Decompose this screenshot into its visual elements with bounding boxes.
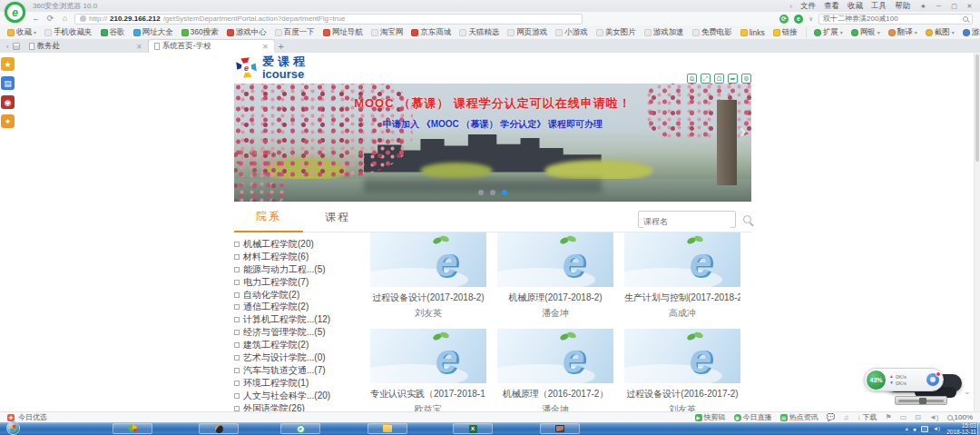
department-item[interactable]: 建筑工程学院(2): [234, 339, 370, 351]
department-item[interactable]: 自动化学院(2): [234, 289, 370, 302]
browser-search-box[interactable]: [818, 14, 973, 25]
section-tab[interactable]: 课程: [303, 210, 372, 232]
taskbar-item-360-browser[interactable]: e: [280, 423, 320, 434]
back-button[interactable]: ←: [31, 13, 41, 25]
flag-icon[interactable]: ⚑: [886, 414, 892, 421]
favorites-star-icon[interactable]: ★: [1, 57, 15, 71]
department-item[interactable]: 材料工程学院(6): [234, 251, 370, 263]
quick-clip-button[interactable]: ▶快剪辑: [695, 412, 726, 422]
tools-box-icon[interactable]: ✦: [1, 114, 15, 128]
download-button[interactable]: ↓下载: [858, 412, 877, 422]
browser-search-input[interactable]: [823, 15, 963, 23]
department-item[interactable]: 经济与管理学院...(5): [234, 326, 370, 339]
shield-icon[interactable]: [926, 373, 939, 386]
zoom-control[interactable]: 100%: [947, 413, 973, 421]
course-card[interactable]: e e 机械原理（2016-2017-2） 潘金坤: [497, 329, 613, 411]
section-tab[interactable]: 院系: [234, 209, 303, 232]
bookmark-item[interactable]: links: [740, 28, 765, 37]
course-card[interactable]: e e 生产计划与控制(2017-2018-2) 高成冲: [624, 232, 740, 320]
bookmark-item[interactable]: 游戏中心: [227, 27, 267, 38]
dropdown-arrow-icon[interactable]: ∨: [808, 15, 813, 23]
department-item[interactable]: 外国语学院(26): [234, 402, 370, 411]
banner-carousel[interactable]: MOOC （慕课） 课程学分认定可以在线申请啦！ 申请加入 《MOOC （慕课）…: [234, 84, 751, 202]
scrollbar[interactable]: [974, 53, 980, 411]
taskbar-item-excel[interactable]: X: [453, 423, 493, 434]
tab-list-icon[interactable]: [13, 43, 20, 50]
bookmark-item[interactable]: 百度一下: [275, 27, 315, 38]
taskbar-item-dark-browser[interactable]: [199, 423, 239, 434]
live-button[interactable]: ◉今日直播: [734, 412, 772, 422]
accelerator-pill[interactable]: 43% ▲0K/s ▼0K/s: [864, 368, 944, 391]
carousel-dot[interactable]: [502, 190, 507, 195]
taskbar-item-explorer[interactable]: [368, 423, 407, 434]
department-item[interactable]: 环境工程学院(1): [234, 377, 370, 390]
bookmark-item[interactable]: 小游戏: [555, 27, 588, 38]
bookmark-item[interactable]: 美女图片: [596, 27, 636, 38]
course-card[interactable]: e e 过程设备设计(2016-2017-2) 刘友英: [624, 329, 740, 411]
speaker-icon[interactable]: ◄): [929, 414, 939, 421]
monitor-icon[interactable]: ⊡: [714, 74, 724, 84]
search-icon[interactable]: [743, 215, 751, 223]
bookmark-item[interactable]: 网址大全: [133, 27, 173, 38]
course-search-field[interactable]: [638, 211, 736, 228]
extension-360-icon[interactable]: e: [794, 15, 803, 24]
settings-gear-icon[interactable]: ⚙: [741, 74, 751, 84]
start-button[interactable]: [6, 421, 20, 435]
music-note-icon[interactable]: ♫: [844, 414, 849, 421]
department-item[interactable]: 艺术与设计学院...(0): [234, 351, 370, 364]
url-field[interactable]: http://210.29.166.212/getSystemDepartmen…: [74, 14, 583, 25]
department-item[interactable]: 通信工程学院(2): [234, 301, 370, 313]
bookmark-item[interactable]: 淘宝网: [371, 27, 404, 38]
course-search-input[interactable]: [643, 214, 730, 230]
department-item[interactable]: 电力工程学院(7): [234, 276, 370, 289]
chevron-right-icon[interactable]: ›: [789, 2, 792, 11]
frame-icon[interactable]: ⧉: [687, 74, 697, 84]
extension-refresh-icon[interactable]: ⟳: [779, 15, 789, 24]
tab-close-icon[interactable]: ✕: [136, 43, 142, 51]
browser-tab[interactable]: 系统首页-学校 ✕: [149, 40, 274, 53]
360-browser-logo-icon[interactable]: e: [5, 2, 25, 23]
department-item[interactable]: 机械工程学院(20): [234, 238, 370, 251]
carousel-next-arrow[interactable]: ›: [740, 122, 746, 142]
course-card[interactable]: e e 专业认识实践（2017-2018-1） 欧益宝: [370, 329, 486, 411]
bookmark-item[interactable]: 360搜索: [181, 27, 219, 38]
toolbar-item[interactable]: 扩展 ▾: [814, 27, 843, 38]
bookmark-item[interactable]: 谷歌: [101, 27, 125, 38]
minimize-button[interactable]: ─: [931, 1, 946, 12]
department-item[interactable]: 能源与动力工程...(5): [234, 263, 370, 276]
bookmark-item[interactable]: 京东商城: [411, 27, 451, 38]
browser-tab[interactable]: 教务处 ✕: [24, 40, 149, 53]
tab-close-icon[interactable]: ✕: [262, 43, 269, 51]
network-icon[interactable]: [921, 426, 928, 432]
volume-slider[interactable]: [895, 396, 947, 405]
taskbar-item-photos[interactable]: [540, 423, 580, 434]
carousel-dot[interactable]: [478, 190, 484, 195]
fullscreen-icon[interactable]: ⤢: [701, 74, 710, 84]
news-button[interactable]: ▤热点资讯: [780, 412, 818, 422]
toolbar-item[interactable]: 游戏 ▾: [963, 27, 980, 38]
menu-item[interactable]: 收藏: [848, 1, 863, 12]
tray-app-icon[interactable]: ●: [913, 426, 916, 432]
department-item[interactable]: 计算机工程学院...(12): [234, 313, 370, 326]
course-card[interactable]: e e 过程设备设计(2017-2018-2) 刘友英: [370, 232, 486, 320]
collapse-chevron-icon[interactable]: ⌄: [964, 387, 971, 396]
taskbar-item-360-safety[interactable]: [113, 423, 152, 434]
bookmark-item[interactable]: 链接: [773, 27, 798, 38]
memory-usage-ball[interactable]: 43%: [866, 370, 887, 391]
daily-picks-link[interactable]: 今日优选: [18, 412, 47, 422]
site-logo[interactable]: e 爱课程 icourse: [234, 55, 309, 80]
bookmark-item[interactable]: 网页游戏: [507, 27, 547, 38]
taskbar-clock[interactable]: 15:03 2018-12-11: [946, 422, 976, 435]
chat-bubble-icon[interactable]: 💬: [827, 414, 836, 421]
home-button[interactable]: ⌂: [60, 13, 70, 25]
toolbar-item[interactable]: 截图 ▾: [926, 27, 955, 38]
department-item[interactable]: 人文与社会科学...(20): [234, 390, 370, 402]
hidden-icons-arrow[interactable]: ▴: [906, 426, 908, 431]
search-icon[interactable]: [963, 16, 968, 22]
slider-knob[interactable]: [919, 398, 926, 404]
share-icon[interactable]: ➦: [728, 74, 738, 84]
app-panel-icon[interactable]: ▤: [1, 76, 15, 90]
toolbar-item[interactable]: 网银 ▾: [851, 27, 880, 38]
toolbar-item[interactable]: 翻译 ▾: [888, 27, 917, 38]
menu-item[interactable]: 工具: [871, 1, 887, 12]
